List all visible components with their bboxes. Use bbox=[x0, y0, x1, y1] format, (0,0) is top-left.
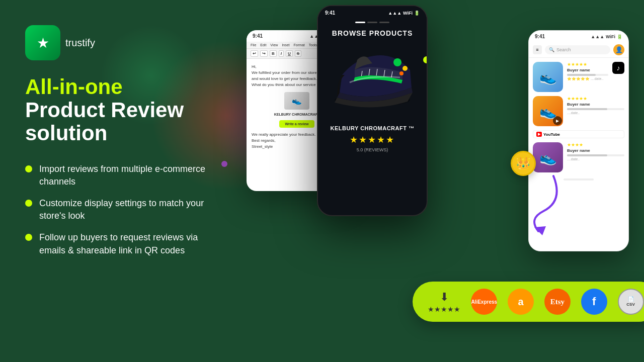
youtube-badge: ▶ YouTube bbox=[533, 130, 624, 138]
search-field[interactable]: 🔍 Search bbox=[545, 45, 610, 54]
bullet-dot bbox=[25, 234, 32, 241]
logo-text: trustify bbox=[65, 37, 95, 49]
product-thumbnail: 👟 bbox=[533, 142, 563, 172]
progress-dots bbox=[318, 20, 427, 25]
mockups-area: 9:41 ▲▲▲ WiFi 🔋 File Edit View Inset For… bbox=[216, 20, 619, 342]
product-card: 👟 ★★★★★ Buyer name ⭐⭐⭐⭐⭐ ....date.. ♪ bbox=[533, 62, 624, 92]
user-avatar: 👤 bbox=[613, 44, 624, 55]
left-content: ★ trustify All-in-one Product Review sol… bbox=[25, 20, 216, 257]
bullet-dot bbox=[25, 165, 32, 172]
download-icon: ⬇ bbox=[440, 291, 449, 304]
product-info: KELBURY CHROMACRAFT ™ ★★★★★ 5.0 (REVIEWS… bbox=[318, 120, 427, 157]
buyer-name: Buyer name bbox=[567, 102, 624, 107]
amazon-logo: a bbox=[508, 289, 534, 315]
review-bar bbox=[567, 154, 624, 156]
features-list: Import reviews from multiple e-commerce … bbox=[25, 163, 216, 257]
integration-bar: ⬇ ★★★★★ AliExpress a Etsy f 📄 CSV bbox=[413, 282, 644, 322]
product-details: ★★★★ Buyer name ....date.. bbox=[567, 142, 624, 161]
dark-phone-mockup: 9:41 ▲▲▲ WiFi 🔋 BROWSE PRODUCTS bbox=[317, 5, 428, 216]
browse-title: BROWSE PRODUCTS bbox=[318, 25, 427, 40]
review-bar bbox=[567, 74, 608, 76]
product-name: KELBURY CHROMACRAFT ™ bbox=[326, 125, 419, 131]
download-section: ⬇ ★★★★★ bbox=[428, 291, 460, 313]
tiktok-badge: ♪ bbox=[612, 62, 624, 74]
rating-stars: ★★★★★ bbox=[326, 134, 419, 145]
purple-dot-accent bbox=[221, 161, 227, 167]
etsy-logo: Etsy bbox=[544, 289, 571, 315]
product-stars: ★★★★★ bbox=[567, 96, 624, 101]
filter-icon[interactable]: ≡ bbox=[533, 45, 542, 54]
feature-item: Follow up buyers to request reviews via … bbox=[25, 231, 216, 256]
svg-point-7 bbox=[403, 66, 408, 71]
scroll-indicator bbox=[564, 178, 594, 180]
feature-text: Customize display settings to match your… bbox=[39, 197, 216, 222]
svg-marker-9 bbox=[534, 226, 546, 235]
play-button: ▶ bbox=[553, 116, 562, 125]
feature-item: Customize display settings to match your… bbox=[25, 197, 216, 222]
feature-item: Import reviews from multiple e-commerce … bbox=[25, 163, 216, 188]
purple-arrow bbox=[523, 171, 564, 238]
headline-line1: All-in-one bbox=[25, 75, 216, 99]
search-bar-row: ≡ 🔍 Search 👤 bbox=[529, 42, 628, 58]
dark-status-bar: 9:41 ▲▲▲ WiFi 🔋 bbox=[318, 6, 427, 20]
logo-container: ★ trustify bbox=[25, 25, 216, 60]
product-card: 👟 ★★★★ Buyer name ....date.. bbox=[533, 142, 624, 172]
product-grid: 👟 ★★★★★ Buyer name ⭐⭐⭐⭐⭐ ....date.. ♪ � bbox=[529, 58, 628, 185]
product-stars: ★★★★★ bbox=[567, 62, 608, 67]
shoe-illustration bbox=[327, 42, 418, 118]
product-thumbnail: 👟 bbox=[533, 62, 563, 92]
csv-logo: 📄 CSV bbox=[618, 289, 644, 315]
product-details: ★★★★★ Buyer name ⭐⭐⭐⭐⭐ ....date.. bbox=[567, 62, 608, 81]
reviews-count: 5.0 (REVIEWS) bbox=[326, 147, 419, 152]
headline-line2-3: Product Review solution bbox=[25, 99, 216, 145]
write-review-button[interactable]: Write a review bbox=[279, 120, 315, 128]
product-brand: KELBURY CHROMACRAFT bbox=[274, 112, 320, 118]
logo-icon: ★ bbox=[25, 25, 60, 60]
review-bar bbox=[567, 108, 624, 110]
shoe-image-area bbox=[318, 40, 427, 120]
product-details: ★★★★★ Buyer name ....date.. bbox=[567, 96, 624, 115]
search-icon: 🔍 bbox=[549, 47, 554, 52]
product-stars: ★★★★ bbox=[567, 142, 624, 147]
buyer-name: Buyer name bbox=[567, 68, 608, 72]
feature-text: Follow up buyers to request reviews via … bbox=[39, 231, 216, 256]
product-thumbnail: 👟 ▶ bbox=[533, 96, 563, 126]
product-image: 👟 bbox=[284, 92, 309, 110]
crown-badge: 👑 bbox=[511, 151, 536, 176]
green-dot-accent bbox=[423, 56, 428, 63]
facebook-logo: f bbox=[581, 289, 607, 315]
product-card: 👟 ▶ ★★★★★ Buyer name ....date.. bbox=[533, 96, 624, 126]
svg-point-8 bbox=[399, 71, 404, 75]
aliexpress-logo: AliExpress bbox=[471, 289, 497, 315]
main-container: ★ trustify All-in-one Product Review sol… bbox=[0, 0, 644, 362]
feature-text: Import reviews from multiple e-commerce … bbox=[39, 163, 216, 188]
svg-point-6 bbox=[393, 58, 401, 66]
right-status-bar: 9:41 ▲▲▲ WiFi 🔋 bbox=[529, 31, 628, 42]
integration-stars: ★★★★★ bbox=[428, 305, 460, 313]
buyer-name: Buyer name bbox=[567, 148, 624, 153]
bullet-dot bbox=[25, 200, 32, 207]
